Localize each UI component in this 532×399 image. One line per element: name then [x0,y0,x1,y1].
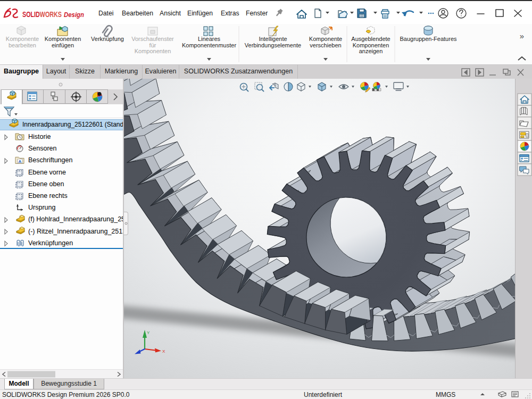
svg-text:anzeigen: anzeigen [359,48,383,54]
svg-text:»: » [520,31,524,40]
svg-text:Komponenten: Komponenten [135,48,171,54]
svg-text:Komponente: Komponente [309,36,342,42]
svg-text:SOLIDWORKS: SOLIDWORKS [22,10,62,19]
svg-text:Y: Y [147,330,150,335]
svg-text:Vorschaufenster: Vorschaufenster [131,36,174,42]
svg-text:bearbeiten: bearbeiten [9,42,36,48]
svg-text:X: X [162,349,165,354]
svg-text:Komponenten: Komponenten [45,36,81,42]
svg-text:Ausgeblendete: Ausgeblendete [351,36,390,42]
svg-text:A: A [19,159,22,164]
svg-text:Lineares: Lineares [198,36,221,42]
svg-text:Verknüpfung: Verknüpfung [91,36,124,42]
svg-text:für: für [149,42,156,48]
svg-text:Verbindungselemente: Verbindungselemente [245,42,301,48]
svg-text:einfügen: einfügen [52,42,74,48]
svg-text:Baugruppen-Features: Baugruppen-Features [400,36,457,42]
svg-text:Intelligente: Intelligente [259,36,287,42]
svg-text:verschieben: verschieben [310,42,341,48]
svg-text:Komponenten: Komponenten [353,42,389,48]
svg-text:Komponentenmuster: Komponentenmuster [182,42,236,48]
svg-text:Design: Design [64,11,84,19]
svg-text:Komponente: Komponente [6,36,39,42]
